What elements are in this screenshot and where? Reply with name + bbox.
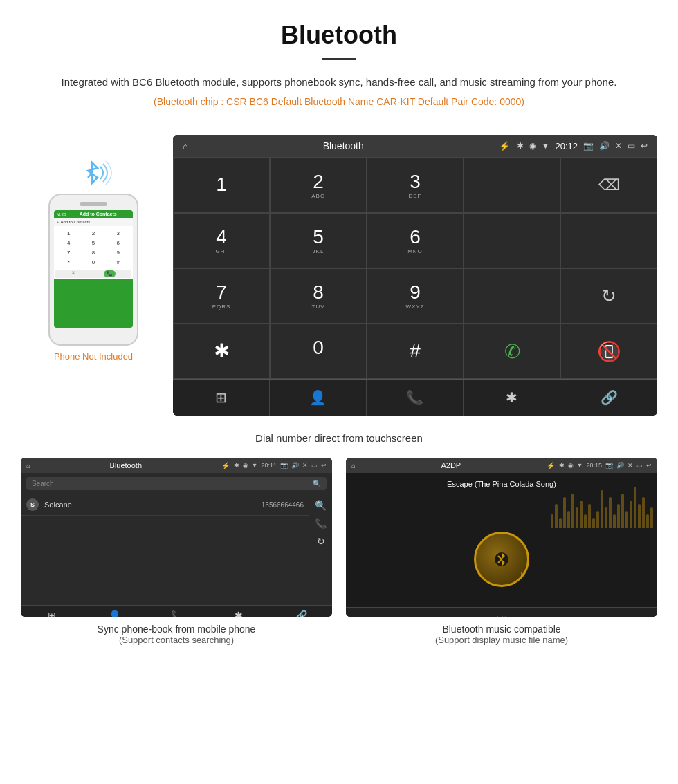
music-min-icon[interactable]: ▭ <box>636 462 643 469</box>
phone-illustration: M:20 Add to Contacts + Add to Contacts 1… <box>48 194 138 346</box>
page-title: Bluetooth <box>42 21 636 50</box>
call-button[interactable]: ✆ <box>464 324 560 379</box>
music-screen-title: A2DP <box>360 461 542 469</box>
dial-key-7[interactable]: 7PQRS <box>173 268 270 324</box>
link-icon[interactable]: 🔗 <box>560 380 657 416</box>
camera-icon[interactable]: 📷 <box>583 141 594 151</box>
bluetooth-icon[interactable]: ✱ <box>464 380 560 416</box>
music-home-icon[interactable]: ⌂ <box>351 462 356 469</box>
music-screen: ⌂ A2DP ⚡ ✱ ◉ ▼ 20:15 📷 🔊 ✕ ▭ ↩ Escape (T… <box>346 458 657 617</box>
dial-key-4[interactable]: 4GHI <box>173 213 270 268</box>
music-close-icon[interactable]: ✕ <box>627 462 633 469</box>
dialpad-screen: ⌂ Bluetooth ⚡ ✱ ◉ ▼ 20:12 📷 🔊 ✕ ▭ ↩ 1 2A… <box>173 135 657 416</box>
pb-usb-icon: ⚡ <box>221 462 230 469</box>
dialpad-screen-title: Bluetooth <box>195 140 492 151</box>
dial-caption: Dial number direct from touchscreen <box>0 422 678 458</box>
time-display: 20:12 <box>555 141 578 151</box>
pb-search-bar[interactable]: Search 🔍 <box>26 477 327 490</box>
search-icon[interactable]: 🔍 <box>313 480 321 487</box>
main-section: M:20 Add to Contacts + Add to Contacts 1… <box>0 128 678 422</box>
dial-key-2[interactable]: 2ABC <box>270 158 367 213</box>
phone-screen: M:20 Add to Contacts + Add to Contacts 1… <box>54 210 133 328</box>
dialpad-bottom-bar: ⊞ 👤 📞 ✱ 🔗 <box>173 379 657 416</box>
dial-empty-3 <box>464 268 560 324</box>
pb-bottom-bar: ⊞ 👤 📞 ✱ 🔗 <box>21 605 332 617</box>
pb-loc-icon: ◉ <box>243 462 248 469</box>
phone-speaker <box>80 202 107 206</box>
minimize-icon[interactable]: ▭ <box>627 141 635 151</box>
music-loc-icon: ◉ <box>568 462 574 469</box>
pb-home-icon[interactable]: ⌂ <box>26 462 30 469</box>
contact-name: Seicane <box>44 501 256 509</box>
contact-number: 13566664466 <box>262 501 304 509</box>
dialpad-icon[interactable]: ⊞ <box>173 380 270 416</box>
volume-icon[interactable]: 🔊 <box>599 141 610 151</box>
list-item[interactable]: S Seicane 13566664466 <box>21 494 309 516</box>
next-track-icon[interactable]: ⏭ <box>522 614 533 617</box>
usb-icon: ⚡ <box>499 141 510 151</box>
contacts-icon[interactable]: 👤 <box>270 380 367 416</box>
dial-key-0[interactable]: 0+ <box>270 324 367 379</box>
contact-letter: S <box>26 498 39 511</box>
prev-track-icon[interactable]: ⏮ <box>470 614 481 617</box>
pb-search-right-icon[interactable]: 🔍 <box>315 500 327 511</box>
music-sig-icon: ▼ <box>577 462 583 469</box>
phone-icon[interactable]: 📞 <box>367 380 464 416</box>
dial-key-3[interactable]: 3DEF <box>367 158 464 213</box>
pb-close-icon[interactable]: ✕ <box>302 462 308 469</box>
end-call-button[interactable]: 📵 <box>560 324 657 379</box>
close-icon[interactable]: ✕ <box>615 141 622 151</box>
pb-min-icon[interactable]: ▭ <box>311 462 318 469</box>
play-pause-icon[interactable]: ⏯ <box>495 612 508 617</box>
dial-key-5[interactable]: 5JKL <box>270 213 367 268</box>
dial-key-hash[interactable]: # <box>367 324 464 379</box>
dial-key-8[interactable]: 8TUV <box>270 268 367 324</box>
music-content-area: Escape (The Pina Colada Song) ♪ <box>346 473 657 617</box>
redial-button[interactable]: ↻ <box>560 268 657 324</box>
pb-contacts-content: S Seicane 13566664466 🔍 📞 ↻ <box>21 494 332 605</box>
pb-bt-btn[interactable]: ✱ <box>208 610 270 617</box>
music-bt-icon: ✱ <box>559 462 565 469</box>
pb-link-btn[interactable]: 🔗 <box>270 610 332 617</box>
phonebook-screen: ⌂ Bluetooth ⚡ ✱ ◉ ▼ 20:11 📷 🔊 ✕ ▭ ↩ Sear… <box>21 458 332 617</box>
music-back-icon[interactable]: ↩ <box>646 462 652 469</box>
dial-key-6[interactable]: 6MNO <box>367 213 464 268</box>
music-song-title: Escape (The Pina Colada Song) <box>447 480 556 488</box>
music-topbar: ⌂ A2DP ⚡ ✱ ◉ ▼ 20:15 📷 🔊 ✕ ▭ ↩ <box>346 458 657 473</box>
phonebook-caption-sub: (Support contacts searching) <box>119 635 234 645</box>
pb-refresh-right-icon[interactable]: ↻ <box>315 536 327 547</box>
pb-search-placeholder: Search <box>32 480 54 487</box>
page-header: Bluetooth Integrated with BC6 Bluetooth … <box>0 0 678 128</box>
pb-phone-btn[interactable]: 📞 <box>145 610 208 617</box>
pb-cam-icon[interactable]: 📷 <box>280 462 288 469</box>
svg-line-1 <box>498 556 502 559</box>
pb-back-icon[interactable]: ↩ <box>321 462 327 469</box>
dialpad-topbar: ⌂ Bluetooth ⚡ ✱ ◉ ▼ 20:12 📷 🔊 ✕ ▭ ↩ <box>173 135 657 157</box>
pb-contacts-btn[interactable]: 👤 <box>83 610 145 617</box>
pb-call-right-icon[interactable]: 📞 <box>315 518 327 529</box>
phone-not-included-label: Phone Not Included <box>54 351 133 362</box>
eq-visualization <box>551 487 653 528</box>
bluetooth-status-icon: ✱ <box>517 141 524 151</box>
back-icon[interactable]: ↩ <box>641 141 648 151</box>
phone-aside: M:20 Add to Contacts + Add to Contacts 1… <box>28 135 159 362</box>
dial-empty-1 <box>464 213 560 268</box>
music-note-icon: ♪ <box>518 568 524 582</box>
dial-key-star[interactable]: ✱ <box>173 324 270 379</box>
pb-contacts-list: S Seicane 13566664466 <box>21 494 309 605</box>
music-time: 20:15 <box>586 462 602 469</box>
page-description: Integrated with BC6 Bluetooth module, su… <box>42 74 636 91</box>
backspace-button[interactable]: ⌫ <box>560 158 657 213</box>
music-vol-icon[interactable]: 🔊 <box>616 462 624 469</box>
pb-dialpad-btn[interactable]: ⊞ <box>21 610 83 617</box>
music-usb-icon: ⚡ <box>547 462 555 469</box>
dial-key-9[interactable]: 9WXYZ <box>367 268 464 324</box>
phonebook-topbar: ⌂ Bluetooth ⚡ ✱ ◉ ▼ 20:11 📷 🔊 ✕ ▭ ↩ <box>21 458 332 473</box>
home-icon[interactable]: ⌂ <box>183 141 188 151</box>
pb-sig-icon: ▼ <box>252 462 258 469</box>
pb-vol-icon[interactable]: 🔊 <box>291 462 299 469</box>
bluetooth-signal-icon <box>73 156 114 190</box>
dial-key-1[interactable]: 1 <box>173 158 270 213</box>
music-cam-icon[interactable]: 📷 <box>605 462 613 469</box>
dialpad-grid: 1 2ABC 3DEF ⌫ 4GHI 5JKL 6MNO 7PQRS 8TUV … <box>173 157 657 379</box>
